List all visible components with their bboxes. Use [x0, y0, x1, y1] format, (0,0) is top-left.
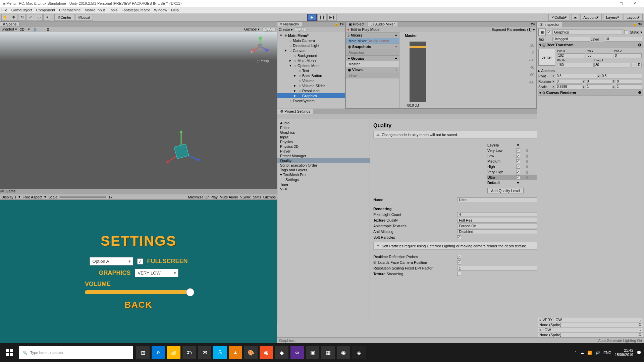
- scene-viewport[interactable]: x z ◁ Persp: [0, 32, 277, 189]
- gameobject-name-field[interactable]: Graphics: [552, 29, 623, 35]
- settings-category[interactable]: Audio: [277, 121, 370, 125]
- step-button[interactable]: ▶❚: [327, 14, 337, 21]
- posx-field[interactable]: 102: [557, 53, 585, 58]
- settings-category[interactable]: Quality: [277, 158, 370, 163]
- hierarchy-item[interactable]: ▸○Graphics: [277, 93, 345, 98]
- rotate-tool-icon[interactable]: ⟲: [18, 14, 26, 21]
- menu-component[interactable]: Component: [36, 8, 55, 12]
- realtime-probes-checkbox[interactable]: ✓: [457, 255, 461, 259]
- add-group-icon[interactable]: +: [395, 56, 397, 60]
- settings-category[interactable]: Player: [277, 149, 370, 154]
- resolution-dropdown[interactable]: Option A: [90, 257, 133, 265]
- menu-tools[interactable]: Tools: [109, 8, 118, 12]
- settings-category[interactable]: Graphics: [277, 130, 370, 135]
- exposed-params[interactable]: Exposed Parameters (1): [492, 27, 532, 32]
- blueprint-icon[interactable]: ⊞: [632, 63, 636, 67]
- task-view-icon[interactable]: ⊞: [136, 346, 150, 359]
- sprite-field[interactable]: None (Sprite)⊙: [538, 322, 643, 327]
- scale-y[interactable]: 1: [586, 84, 612, 89]
- pivot-x[interactable]: 0.5: [556, 74, 597, 78]
- light-icon[interactable]: ☀: [27, 27, 31, 32]
- scale-slider[interactable]: [59, 196, 106, 198]
- hierarchy-item[interactable]: ○Main Camera: [277, 38, 345, 43]
- explorer-icon[interactable]: 📁: [167, 346, 180, 359]
- settings-category[interactable]: Physics: [277, 139, 370, 144]
- create-dropdown[interactable]: Create ▾: [279, 27, 293, 32]
- billboards-checkbox[interactable]: ✓: [457, 260, 461, 264]
- add-view-icon[interactable]: +: [395, 68, 397, 72]
- stats-toggle[interactable]: Stats: [253, 195, 261, 199]
- settings-category[interactable]: Script Execution Order: [277, 163, 370, 168]
- add-snapshot-icon[interactable]: +: [395, 45, 397, 49]
- maximize-toggle[interactable]: Maximize On Play: [188, 195, 218, 199]
- edge-icon[interactable]: e: [152, 346, 165, 359]
- volume-slider-thumb[interactable]: [186, 288, 194, 296]
- fader-thumb[interactable]: [410, 46, 426, 48]
- graphics-dropdown[interactable]: VERY LOW: [135, 269, 178, 277]
- settings-category[interactable]: Preset Manager: [277, 154, 370, 158]
- tab-audiomixer[interactable]: ♪♪ Audio Mixer: [368, 22, 397, 26]
- group-master[interactable]: Master: [346, 61, 399, 67]
- language-indicator[interactable]: ENG: [603, 351, 611, 355]
- selected-gameobject[interactable]: [164, 129, 205, 170]
- volume-icon[interactable]: 🔊: [595, 351, 600, 355]
- hierarchy-search[interactable]: 🔍All: [294, 27, 307, 32]
- settings-category[interactable]: Input: [277, 135, 370, 139]
- play-button[interactable]: ▶: [307, 14, 317, 21]
- menu-file[interactable]: File: [1, 8, 7, 12]
- hierarchy-item[interactable]: ▾○Options Menu: [277, 63, 345, 68]
- menu-mobileinput[interactable]: Mobile Input: [85, 8, 105, 12]
- game-viewport[interactable]: SETTINGS Option A ✓ FULLSCREEN GRAPHICS …: [0, 200, 277, 343]
- collab-dropdown[interactable]: ✓ Collab ▾: [548, 14, 570, 21]
- panel-menu-icon[interactable]: ▾≡: [530, 22, 536, 26]
- app4-icon[interactable]: ▦: [321, 346, 335, 359]
- network-icon[interactable]: 📶: [587, 351, 592, 355]
- mixer-main[interactable]: Main Mixer (Audio Listen: [346, 38, 399, 44]
- onedrive-icon[interactable]: ☁: [580, 351, 584, 355]
- tab-project[interactable]: ▣ Project: [346, 22, 367, 27]
- orientation-gizmo[interactable]: x z: [250, 36, 270, 56]
- anchor-preset[interactable]: center: [538, 49, 555, 66]
- panel-lock-icon[interactable]: 🔒 ▾≡: [333, 22, 345, 26]
- scale-tool-icon[interactable]: ⤢: [26, 14, 34, 21]
- pivot-y[interactable]: 0.5: [601, 74, 643, 78]
- tab-projectsettings[interactable]: ⚙ Project Settings: [277, 109, 313, 114]
- hierarchy-item[interactable]: ▾◆Main Menu*: [277, 33, 345, 38]
- hierarchy-item[interactable]: ○EventSystem: [277, 98, 345, 103]
- minimize-icon[interactable]: —: [601, 1, 614, 5]
- audio-icon[interactable]: 🔊: [33, 27, 38, 32]
- hierarchy-item[interactable]: ○Background: [277, 53, 345, 58]
- settings-category[interactable]: Physics 2D: [277, 144, 370, 149]
- tab-inspector[interactable]: ⓘ Inspector: [537, 22, 562, 27]
- app3-icon[interactable]: ◆: [275, 346, 288, 359]
- scale-z[interactable]: 1: [616, 84, 642, 89]
- shading-dropdown[interactable]: Shaded ▾: [1, 27, 17, 32]
- settings-category[interactable]: Settings: [277, 177, 370, 182]
- rot-x[interactable]: 0: [556, 79, 582, 84]
- settings-category[interactable]: ▾ TextMesh Pro: [277, 172, 370, 177]
- hierarchy-item[interactable]: ▾○Canvas: [277, 48, 345, 53]
- projection-label[interactable]: ◁ Persp: [256, 59, 269, 63]
- cloud-icon[interactable]: ☁: [571, 14, 579, 21]
- sprite-field[interactable]: None (Sprite)⊙: [538, 332, 643, 337]
- add-mixer-icon[interactable]: +: [395, 33, 397, 37]
- gizmos-dropdown[interactable]: Gizmos ▾: [244, 27, 260, 32]
- settings-category[interactable]: VFX: [277, 187, 370, 191]
- menu-cinemachine[interactable]: Cinemachine: [59, 8, 80, 12]
- app2-icon[interactable]: ◉: [260, 346, 273, 359]
- rect-transform-header[interactable]: ▾ ⊞ Rect Transform⚙: [538, 42, 643, 48]
- notifications-icon[interactable]: 💬: [637, 351, 641, 355]
- settings-category[interactable]: Time: [277, 182, 370, 187]
- posz-field[interactable]: 0: [614, 53, 642, 58]
- tag-dropdown[interactable]: Untagged: [552, 37, 590, 42]
- taskbar-search[interactable]: 🔍 Type here to search: [19, 346, 133, 359]
- panel-lock-icon[interactable]: 🔒 ▾≡: [631, 22, 644, 26]
- display-dropdown[interactable]: Display 1: [1, 195, 16, 199]
- store-icon[interactable]: 🛍: [182, 346, 196, 359]
- clock[interactable]: 21:4215/09/2019: [615, 348, 633, 357]
- hierarchy-item[interactable]: ▸○Resolution: [277, 88, 345, 93]
- menu-gameobject[interactable]: GameObject: [11, 8, 32, 12]
- pivot-local-toggle[interactable]: ⊙ Local: [75, 14, 93, 21]
- height-field[interactable]: 30: [594, 63, 631, 67]
- chrome-icon[interactable]: ◉: [337, 346, 350, 359]
